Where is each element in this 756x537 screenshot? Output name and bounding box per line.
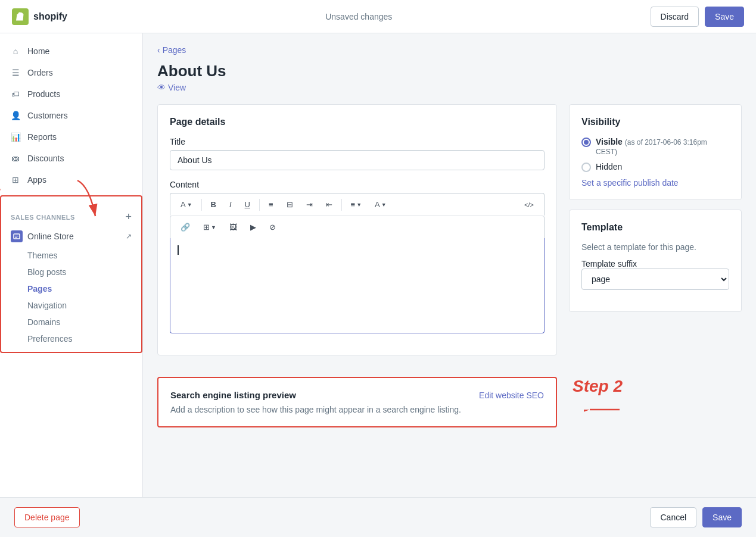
- footer-actions: Delete page Cancel Save: [0, 497, 756, 537]
- sidebar-subitem-blog-posts[interactable]: Blog posts: [1, 264, 141, 280]
- page-details-card: Page details Title Content A ▼: [157, 104, 557, 355]
- products-icon: 🏷: [10, 88, 21, 100]
- edit-seo-link[interactable]: Edit website SEO: [479, 391, 544, 400]
- table-dropdown-icon: ▼: [211, 224, 216, 230]
- sidebar-item-reports[interactable]: 📊 Reports: [0, 126, 142, 148]
- image-icon: 🖼: [229, 223, 237, 232]
- visibility-card: Visibility Visible (as of 2017-06-06 3:1…: [569, 104, 742, 200]
- template-title: Template: [581, 222, 729, 233]
- breadcrumb[interactable]: ‹ Pages: [157, 45, 742, 55]
- reports-icon: 📊: [10, 131, 21, 143]
- visible-option[interactable]: Visible (as of 2017-06-06 3:16pm CEST): [581, 137, 729, 156]
- italic-button[interactable]: I: [224, 197, 237, 212]
- seo-wrapper: Step 2 Search engine listing preview: [157, 365, 557, 427]
- sidebar-subitem-pages[interactable]: Pages: [1, 280, 141, 297]
- template-suffix-label: Template suffix: [581, 259, 637, 268]
- hidden-label: Hidden: [596, 162, 622, 171]
- cursor: [178, 245, 179, 255]
- apps-icon: ⊞: [10, 174, 21, 186]
- main-content: ‹ Pages About Us 👁 View Page details Tit…: [143, 33, 756, 497]
- sidebar-item-discounts[interactable]: 🎟 Discounts: [0, 148, 142, 169]
- sidebar-item-orders[interactable]: ☰ Orders: [0, 62, 142, 83]
- home-icon: ⌂: [10, 45, 21, 57]
- page-details-title: Page details: [170, 117, 545, 127]
- template-suffix-group: Template suffix page page.contact page.f…: [581, 259, 729, 290]
- title-input[interactable]: [170, 150, 545, 170]
- sales-channels-header: SALES CHANNELS +: [11, 211, 132, 223]
- sidebar-item-home[interactable]: ⌂ Home: [0, 40, 142, 62]
- main-column: Page details Title Content A ▼: [157, 104, 557, 427]
- sidebar-item-products[interactable]: 🏷 Products: [0, 83, 142, 105]
- sidebar-subitem-preferences[interactable]: Preferences: [1, 330, 141, 347]
- text-color-button[interactable]: A ▼: [369, 197, 392, 212]
- title-label: Title: [170, 137, 545, 146]
- outdent-button[interactable]: ⇤: [321, 197, 338, 212]
- logo: shopify: [12, 8, 67, 25]
- ordered-list-button[interactable]: ⊟: [281, 197, 298, 212]
- align-icon: ≡: [351, 200, 356, 209]
- image-button[interactable]: 🖼: [224, 220, 242, 235]
- visibility-title: Visibility: [581, 117, 729, 127]
- view-label: View: [168, 83, 186, 92]
- sidebar-item-apps[interactable]: ⊞ Apps: [0, 169, 142, 191]
- font-dropdown-icon: ▼: [187, 202, 192, 208]
- bold-button[interactable]: B: [206, 197, 222, 212]
- sidebar-subitem-themes[interactable]: Themes: [1, 247, 141, 264]
- radio-dot: [584, 140, 589, 145]
- delete-page-button[interactable]: Delete page: [14, 507, 80, 527]
- hidden-radio[interactable]: [581, 163, 591, 172]
- set-publish-date-link[interactable]: Set a specific publish date: [581, 178, 729, 188]
- content-label: Content: [170, 180, 545, 189]
- video-button[interactable]: ▶: [245, 220, 262, 235]
- topbar-left: shopify: [12, 8, 67, 25]
- breadcrumb-parent[interactable]: Pages: [163, 45, 186, 55]
- sidebar-subitem-domains[interactable]: Domains: [1, 314, 141, 330]
- sidebar: ⌂ Home ☰ Orders 🏷 Products 👤 Customers 📊…: [0, 33, 143, 497]
- visible-radio[interactable]: [581, 138, 591, 147]
- toolbar-divider-3: [341, 199, 342, 211]
- online-store-label: Online Store: [27, 232, 121, 241]
- clear-format-button[interactable]: ⊘: [264, 220, 281, 235]
- sidebar-item-label-reports: Reports: [27, 132, 57, 142]
- indent-button[interactable]: ⇥: [301, 197, 318, 212]
- save-button-bottom[interactable]: Save: [702, 507, 742, 527]
- discard-button[interactable]: Discard: [651, 7, 699, 27]
- code-button[interactable]: </>: [519, 198, 539, 211]
- sales-channels-box: SALES CHANNELS + Online Store: [0, 195, 142, 353]
- text-color-icon: A: [375, 200, 380, 209]
- table-button[interactable]: ⊞ ▼: [198, 220, 222, 235]
- sidebar-item-label-discounts: Discounts: [27, 154, 64, 163]
- content-editor[interactable]: [170, 238, 545, 333]
- layout: ⌂ Home ☰ Orders 🏷 Products 👤 Customers 📊…: [0, 33, 756, 497]
- sidebar-item-label-home: Home: [27, 46, 49, 56]
- title-form-group: Title: [170, 137, 545, 170]
- sidebar-item-online-store[interactable]: Online Store ↗: [1, 226, 141, 247]
- unordered-list-button[interactable]: ≡: [263, 197, 279, 212]
- editor-toolbar-row1: A ▼ B I U ≡ ⊟ ⇥ ⇤: [170, 193, 545, 216]
- add-sales-channel-button[interactable]: +: [125, 211, 132, 223]
- external-link-icon[interactable]: ↗: [126, 232, 132, 241]
- template-description: Select a template for this page.: [581, 242, 729, 252]
- font-icon: A: [181, 200, 186, 209]
- seo-description: Add a description to see how this page m…: [170, 405, 544, 414]
- template-suffix-select[interactable]: page page.contact page.faq: [581, 268, 729, 290]
- text-color-dropdown-icon: ▼: [381, 202, 387, 208]
- toolbar-divider-2: [259, 199, 260, 211]
- font-button[interactable]: A ▼: [175, 197, 198, 212]
- underline-button[interactable]: U: [239, 197, 256, 212]
- brand-name: shopify: [33, 11, 67, 22]
- cancel-button[interactable]: Cancel: [650, 507, 696, 527]
- save-button-top[interactable]: Save: [705, 7, 744, 27]
- visible-label: Visible: [596, 137, 623, 146]
- sidebar-item-customers[interactable]: 👤 Customers: [0, 105, 142, 126]
- link-button[interactable]: 🔗: [175, 220, 195, 235]
- view-link[interactable]: 👁 View: [157, 83, 742, 92]
- customers-icon: 👤: [10, 110, 21, 121]
- hidden-option[interactable]: Hidden: [581, 162, 729, 172]
- align-button[interactable]: ≡ ▼: [346, 197, 368, 212]
- visible-text: Visible (as of 2017-06-06 3:16pm CEST): [596, 137, 729, 156]
- topbar-actions: Discard Save: [651, 7, 744, 27]
- sidebar-subitem-navigation[interactable]: Navigation: [1, 297, 141, 314]
- online-store-icon: [11, 230, 23, 242]
- orders-icon: ☰: [10, 67, 21, 79]
